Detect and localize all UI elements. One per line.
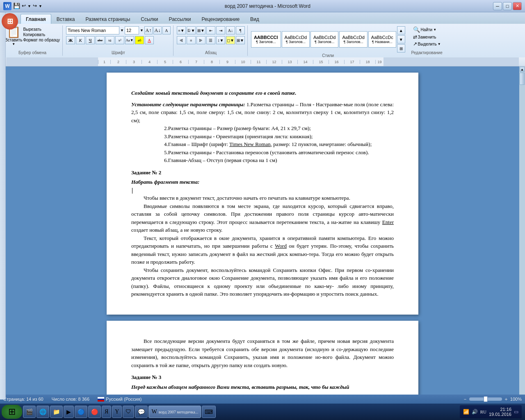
align-justify-button[interactable]: ☰ <box>206 36 215 44</box>
scroll-up-button[interactable]: ▲ <box>519 66 525 72</box>
taskbar-ie[interactable]: 🌐 <box>37 406 49 418</box>
quick-undo[interactable]: ↩ <box>22 3 26 9</box>
font-name-input[interactable] <box>66 26 119 34</box>
show-desktop[interactable]: ▭ <box>514 409 518 415</box>
multilevel-list-button[interactable]: ⊞▼ <box>196 26 205 34</box>
para4: Чтобы сохранить документ, воспользуйтесь… <box>131 266 394 298</box>
bullet-list-button[interactable]: ≡▼ <box>177 26 186 34</box>
start-button[interactable]: ⊞ <box>2 405 22 419</box>
horizontal-ruler: 1 2 3 4 5 6 7 8 9 10 11 12 13 14 15 16 1… <box>0 57 525 66</box>
document-area[interactable]: Создайте новый текстовый документ и сохр… <box>0 66 525 404</box>
case-button[interactable]: Аа▼ <box>125 36 134 44</box>
taskbar-antivirus[interactable]: 🛡 <box>123 406 134 418</box>
title-bar: W 💾 ↩ ▼ ↪ ▼ ворд 2007 методичка - Micros… <box>0 0 525 12</box>
style-scroll-up[interactable]: ▲ <box>397 26 405 34</box>
taskbar-chrome[interactable]: 🔵 <box>75 406 87 418</box>
zoom-out-icon[interactable]: － <box>463 396 468 403</box>
align-right-button[interactable]: ⫸ <box>196 36 205 44</box>
clipboard-label: Буфер обмена <box>18 50 46 55</box>
select-button[interactable]: ↗ Выделить ▼ <box>413 41 441 47</box>
taskbar-yandex2[interactable]: Y <box>112 406 122 418</box>
font-controls: ▼ ▼ A↑ A↓ A Ж К Ч аbc x₂ x² Аа▼ аб А <box>66 26 171 50</box>
page-info: Страница: 14 из 60 <box>3 397 43 402</box>
subscript-button[interactable]: x₂ <box>105 36 114 44</box>
cut-button[interactable]: Вырезать <box>23 27 60 32</box>
quick-expand[interactable]: ▼ <box>39 4 42 8</box>
replace-button[interactable]: ⇄ Заменить <box>413 34 441 40</box>
superscript-button[interactable]: x² <box>115 36 124 44</box>
find-button[interactable]: 🔍 Найти ▼ <box>413 26 441 33</box>
tab-pagelayout[interactable]: Разметка страницы <box>80 14 135 24</box>
tab-insert[interactable]: Вставка <box>51 14 80 24</box>
minimize-button[interactable]: ─ <box>493 2 502 10</box>
zoom-thumb[interactable] <box>484 396 488 402</box>
align-left-button[interactable]: ⫷ <box>177 36 186 44</box>
word-taskbar-icon: W <box>151 409 157 415</box>
font-size-input[interactable] <box>125 26 139 34</box>
style-expand[interactable]: ⊞ <box>397 44 405 52</box>
style-heading3[interactable]: AaBbCcDd ¶ Заголов... <box>310 31 338 48</box>
style-title[interactable]: AaBbCcDc ¶ Названи... <box>368 31 396 48</box>
underline-button[interactable]: Ч <box>86 36 95 44</box>
zoom-control[interactable]: － ＋ 100% <box>463 396 522 403</box>
clock-time: 21:16 <box>489 407 511 412</box>
style-heading4[interactable]: AaBbCcDd ¶ Заголов... <box>339 31 367 48</box>
increase-font-button[interactable]: A↑ <box>144 26 153 34</box>
style-heading2[interactable]: AaBbCcDd ¶ Заголов... <box>282 31 310 48</box>
taskbar-folder[interactable]: 📁 <box>50 406 63 418</box>
office-button[interactable]: ⊞ <box>2 13 18 30</box>
bold-button[interactable]: Ж <box>66 36 75 44</box>
taskbar-extra[interactable]: ⌨ <box>202 406 216 418</box>
sort-button[interactable]: A↓ <box>226 26 235 34</box>
clear-format-button[interactable]: A <box>162 26 171 34</box>
zoom-slider[interactable] <box>469 397 502 401</box>
format-painter-button[interactable]: Формат по образцу <box>23 38 60 42</box>
tab-view[interactable]: Вид <box>245 14 265 24</box>
borders-button[interactable]: ⊞▼ <box>236 36 245 44</box>
font-color-button[interactable]: А <box>145 36 154 44</box>
align-center-button[interactable]: ≡ <box>187 36 196 44</box>
font-name-row: ▼ ▼ A↑ A↓ A <box>66 26 171 34</box>
scroll-thumb[interactable] <box>520 73 525 85</box>
zoom-in-icon[interactable]: ＋ <box>504 396 509 403</box>
task2-title: Набрать фрагмент текста: <box>131 178 394 186</box>
style-heading1[interactable]: АABBCCCI ¶ Заголов... <box>251 31 281 48</box>
highlight-button[interactable]: аб <box>135 36 144 44</box>
increase-indent-button[interactable]: ⇥ <box>216 26 225 34</box>
quick-undo-arrow[interactable]: ▼ <box>27 4 31 8</box>
editing-buttons: 🔍 Найти ▼ ⇄ Заменить ↗ Выделить ▼ <box>413 26 441 47</box>
numbered-list-button[interactable]: ①▼ <box>187 26 196 34</box>
language-flag <box>98 397 104 402</box>
taskbar-film[interactable]: 🎬 <box>23 406 36 418</box>
style-scroll: ▲ ▼ ⊞ <box>397 26 405 52</box>
decrease-font-button[interactable]: A↓ <box>153 26 162 34</box>
style-scroll-down[interactable]: ▼ <box>397 35 405 43</box>
tab-references[interactable]: Ссылки <box>135 14 163 24</box>
tab-review[interactable]: Рецензирование <box>196 14 245 24</box>
quick-save[interactable]: 💾 <box>13 2 20 9</box>
taskbar-opera[interactable]: 🔴 <box>88 406 101 418</box>
strikethrough-button[interactable]: аbc <box>96 36 105 44</box>
line-spacing-button[interactable]: ↕▼ <box>216 36 225 44</box>
font-name-dropdown[interactable]: ▼ <box>120 28 124 32</box>
restore-button[interactable]: □ <box>503 2 512 10</box>
copy-button[interactable]: Копировать <box>23 32 60 37</box>
vertical-scrollbar[interactable]: ▲ ▼ <box>519 66 525 404</box>
taskbar-word[interactable]: W ворд 2007 методичка... <box>148 406 201 418</box>
quick-redo[interactable]: ↪ <box>33 3 37 9</box>
item4: 4.Главная – Шрифт (шрифт: Times New Roma… <box>164 140 394 148</box>
task-setup-para: Установите следующие параметры страницы:… <box>131 100 394 125</box>
font-size-dropdown[interactable]: ▼ <box>140 28 144 32</box>
tab-mailings[interactable]: Рассылки <box>164 14 196 24</box>
show-marks-button[interactable]: ¶ <box>236 26 245 34</box>
close-button[interactable]: ✕ <box>513 2 522 10</box>
taskbar-media[interactable]: ▶ <box>64 406 74 418</box>
title-bar-left: W 💾 ↩ ▼ ↪ ▼ <box>3 2 42 10</box>
decrease-indent-button[interactable]: ⇤ <box>206 26 215 34</box>
shading-button[interactable]: ◻▼ <box>226 36 235 44</box>
font-name-underline: Times New Roman <box>229 141 271 147</box>
taskbar-skype[interactable]: 💬 <box>135 406 148 418</box>
italic-button[interactable]: К <box>76 36 85 44</box>
taskbar-yandex[interactable]: Я <box>102 406 111 418</box>
tab-home[interactable]: Главная <box>21 14 51 24</box>
